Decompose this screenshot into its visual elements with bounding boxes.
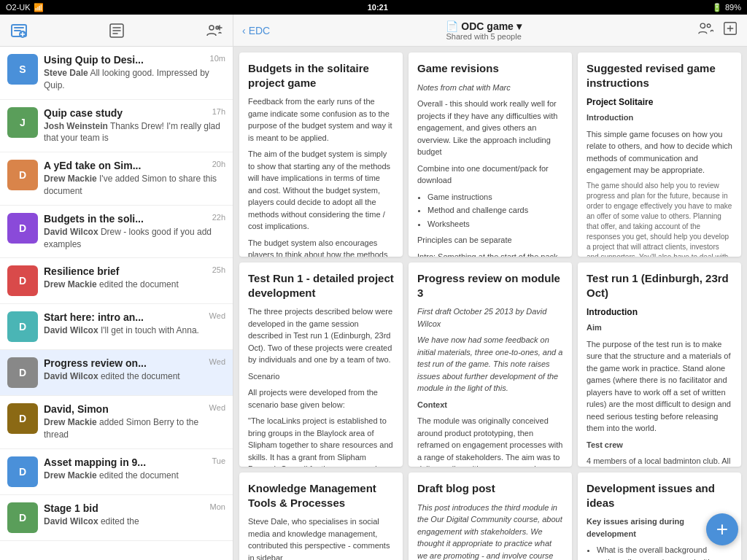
card-body: The three projects described below were … <box>248 306 394 467</box>
sidebar-item[interactable]: D Stage 1 bid Mon David Wilcox edited th… <box>0 495 233 541</box>
item-subtitle: David Wilcox Drew - looks good if you ad… <box>44 226 225 251</box>
item-subtitle: Drew Mackie added Simon Berry to the thr… <box>44 416 225 441</box>
fab-add-button[interactable]: + <box>706 513 738 545</box>
avatar: D <box>7 502 38 533</box>
item-header: Resilience brief 25h <box>44 265 225 277</box>
item-author: David Wilcox <box>44 325 98 335</box>
doc-title-main[interactable]: 📄 ODC game ▾ <box>446 20 522 32</box>
status-bar: O2-UK 📶 10:21 🔋 89% <box>0 0 747 15</box>
card-title: Budgets in the solitaire project game <box>248 61 394 90</box>
svg-point-6 <box>707 24 711 28</box>
sidebar-item[interactable]: S Using Quip to Desi... 10m Steve Dale A… <box>0 47 233 100</box>
item-header: Start here: intro an... Wed <box>44 311 225 323</box>
status-left: O2-UK 📶 <box>6 3 44 12</box>
avatar: D <box>7 160 38 190</box>
doc-title-text: ODC game <box>461 20 514 32</box>
item-time: Wed <box>209 311 225 320</box>
doc-card[interactable]: Test Run 1 - detailed project developmen… <box>239 262 403 467</box>
item-subtitle: Drew Mackie edited the document <box>44 470 225 482</box>
back-chevron-icon: ‹ <box>242 25 246 36</box>
item-author: Drew Mackie <box>44 470 97 481</box>
card-body: Notes from chat with MarcOverall - this … <box>417 82 563 257</box>
people-icon[interactable] <box>697 20 713 40</box>
sidebar-item[interactable]: D Progress review on... Wed David Wilcox… <box>0 350 233 396</box>
item-time: 20h <box>212 160 225 168</box>
card-title: Test Run 1 - detailed project developmen… <box>248 271 394 300</box>
card-title: Progress review on module 3 <box>417 271 563 300</box>
card-title: Game revisions <box>417 61 563 76</box>
item-title: Quip case study <box>44 107 123 119</box>
item-time: Tue <box>212 456 225 465</box>
doc-title-area: 📄 ODC game ▾ Shared with 5 people <box>446 20 522 41</box>
status-right: 🔋 89% <box>712 3 741 12</box>
card-body: First draft October 25 2013 by David Wil… <box>417 306 563 467</box>
item-author: David Wilcox <box>44 371 98 381</box>
back-button[interactable]: ‹ EDC <box>242 25 270 36</box>
doc-card[interactable]: Game revisionsNotes from chat with MarcO… <box>409 52 572 257</box>
avatar: D <box>7 456 38 487</box>
item-header: Progress review on... Wed <box>44 357 225 369</box>
sidebar-items-list: S Using Quip to Desi... 10m Steve Dale A… <box>0 47 233 560</box>
doc-card[interactable]: Suggested revised game instructionsProje… <box>578 52 741 257</box>
item-author: Drew Mackie <box>44 174 97 184</box>
item-author: Steve Dale <box>44 68 88 78</box>
item-subtitle: Steve Dale All looking good. Impressed b… <box>44 67 225 92</box>
compose-icon[interactable] <box>7 19 31 42</box>
card-title: Knowledge Management Tools & Processes <box>248 481 394 510</box>
wifi-icon: 📶 <box>34 3 44 12</box>
doc-card[interactable]: Test run 1 (Edinburgh, 23rd Oct)Introduc… <box>578 262 741 467</box>
card-title: Draft blog post <box>417 481 563 496</box>
sidebar-item[interactable]: D Budgets in the soli... 22h David Wilco… <box>0 206 233 259</box>
add-doc-icon[interactable] <box>722 20 738 40</box>
doc-card[interactable]: Knowledge Management Tools & ProcessesSt… <box>239 472 403 560</box>
item-time: 22h <box>212 213 225 222</box>
item-title: Resilience brief <box>44 265 120 277</box>
item-time: 10m <box>210 54 225 63</box>
item-time: Wed <box>209 403 225 412</box>
avatar: S <box>7 54 38 85</box>
list-icon[interactable] <box>105 19 128 42</box>
item-header: Using Quip to Desi... 10m <box>44 54 225 66</box>
item-content: Budgets in the soli... 22h David Wilcox … <box>44 213 225 251</box>
item-author: Josh Weinstein <box>44 121 108 131</box>
item-subtitle: David Wilcox I'll get in touch with Anna… <box>44 324 225 337</box>
item-content: Resilience brief 25h Drew Mackie edited … <box>44 265 225 291</box>
sidebar-item[interactable]: D Asset mapping in 9... Tue Drew Mackie … <box>0 449 233 495</box>
doc-card[interactable]: Draft blog postThis post introduces the … <box>409 472 572 560</box>
item-title: A yEd take on Sim... <box>44 160 141 171</box>
sidebar-item[interactable]: D Start here: intro an... Wed David Wilc… <box>0 304 233 350</box>
item-header: A yEd take on Sim... 20h <box>44 160 225 171</box>
card-body: Steve Dale, who specialises in social me… <box>248 516 394 560</box>
item-content: Start here: intro an... Wed David Wilcox… <box>44 311 225 337</box>
sidebar-item[interactable]: D Resilience brief 25h Drew Mackie edite… <box>0 258 233 304</box>
doc-icon: 📄 <box>446 20 458 32</box>
sidebar: S Using Quip to Desi... 10m Steve Dale A… <box>0 15 233 560</box>
card-body: IntroductionAimThe purpose of the test r… <box>587 306 732 467</box>
card-body: This post introduces the third module in… <box>417 502 563 561</box>
doc-card[interactable]: Progress review on module 3First draft O… <box>409 262 572 467</box>
main-panel: ‹ EDC 📄 ODC game ▾ Shared with 5 people <box>233 15 747 560</box>
sidebar-item[interactable]: J Quip case study 17h Josh Weinstein Tha… <box>0 100 233 153</box>
item-subtitle: Drew Mackie I've added Simon to share th… <box>44 173 225 198</box>
avatar: D <box>7 213 38 244</box>
item-author: David Wilcox <box>44 516 98 526</box>
item-subtitle: David Wilcox edited the <box>44 516 225 528</box>
item-title: David, Simon <box>44 403 109 415</box>
sidebar-item[interactable]: D David, Simon Wed Drew Mackie added Sim… <box>0 396 233 449</box>
item-content: Quip case study 17h Josh Weinstein Thank… <box>44 107 225 145</box>
doc-card[interactable]: Budgets in the solitaire project gameFee… <box>239 52 403 257</box>
sidebar-item[interactable]: D A yEd take on Sim... 20h Drew Mackie I… <box>0 152 233 206</box>
item-title: Start here: intro an... <box>44 311 144 323</box>
header-actions <box>697 20 738 40</box>
dropdown-icon[interactable]: ▾ <box>516 20 522 32</box>
contacts-icon[interactable] <box>202 19 225 42</box>
item-time: 17h <box>212 107 225 116</box>
card-title: Test run 1 (Edinburgh, 23rd Oct) <box>587 271 732 300</box>
battery-icon: 🔋 <box>712 3 722 12</box>
svg-point-3 <box>209 26 214 30</box>
item-subtitle: Josh Weinstein Thanks Drew! I'm really g… <box>44 120 225 145</box>
card-title: Development issues and ideas <box>587 481 732 510</box>
item-title: Using Quip to Desi... <box>44 54 144 66</box>
item-author: Drew Mackie <box>44 279 97 289</box>
item-time: Wed <box>209 357 225 366</box>
